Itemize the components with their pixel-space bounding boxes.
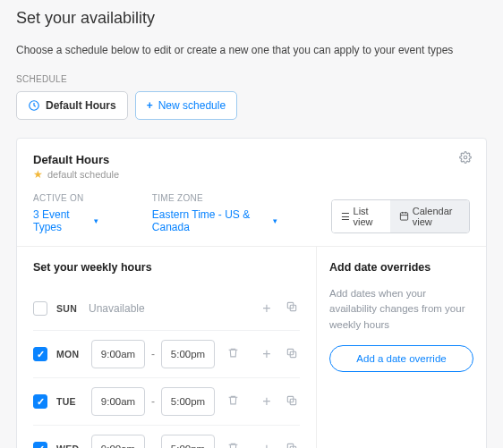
tab-label: Default Hours bbox=[46, 99, 116, 112]
tab-label: New schedule bbox=[158, 99, 226, 112]
trash-icon[interactable] bbox=[225, 394, 241, 409]
tab-new-schedule[interactable]: + New schedule bbox=[135, 91, 237, 120]
timezone-value: Eastern Time - US & Canada bbox=[152, 208, 269, 233]
list-view-button[interactable]: ☰ List view bbox=[332, 200, 390, 232]
trash-icon[interactable] bbox=[225, 347, 241, 361]
day-label: TUE bbox=[56, 396, 89, 407]
add-date-override-button[interactable]: Add a date override bbox=[329, 345, 473, 372]
day-checkbox[interactable] bbox=[33, 347, 47, 361]
time-from-input[interactable]: 9:00am bbox=[91, 435, 145, 448]
page-subtitle: Choose a schedule below to edit or creat… bbox=[16, 44, 487, 56]
add-interval-icon[interactable]: + bbox=[259, 346, 275, 362]
copy-icon[interactable] bbox=[284, 442, 300, 449]
row-actions: + bbox=[259, 393, 300, 410]
copy-icon[interactable] bbox=[284, 394, 300, 410]
time-dash: - bbox=[151, 395, 155, 408]
star-icon: ★ bbox=[33, 168, 43, 181]
svg-point-1 bbox=[464, 156, 467, 159]
day-label: MON bbox=[56, 349, 89, 359]
timezone-label: TIME ZONE bbox=[152, 193, 277, 203]
time-dash: - bbox=[151, 443, 155, 448]
clock-icon bbox=[28, 99, 40, 112]
day-label: SUN bbox=[56, 303, 89, 314]
day-row: TUE9:00am-5:00pm+ bbox=[33, 378, 300, 426]
row-actions: + bbox=[259, 441, 300, 448]
timezone-dropdown[interactable]: Eastern Time - US & Canada ▾ bbox=[152, 208, 277, 233]
time-to-input[interactable]: 5:00pm bbox=[161, 387, 215, 416]
chevron-down-icon: ▾ bbox=[273, 216, 277, 225]
calendar-view-button[interactable]: Calendar view bbox=[390, 200, 469, 232]
tab-default-hours[interactable]: Default Hours bbox=[16, 91, 128, 120]
time-to-input[interactable]: 5:00pm bbox=[161, 435, 215, 448]
gear-icon[interactable] bbox=[459, 151, 472, 166]
time-dash: - bbox=[151, 348, 155, 360]
day-row: MON9:00am-5:00pm+ bbox=[33, 331, 300, 378]
default-schedule-badge: default schedule bbox=[47, 169, 119, 180]
day-row: WED9:00am-5:00pm+ bbox=[33, 426, 300, 448]
row-actions: + bbox=[259, 300, 300, 317]
active-on-value: 3 Event Types bbox=[33, 208, 90, 233]
unavailable-text: Unavailable bbox=[89, 302, 145, 315]
time-from-input[interactable]: 9:00am bbox=[91, 387, 145, 416]
overrides-heading: Add date overrides bbox=[329, 261, 473, 274]
schedule-name: Default Hours bbox=[33, 153, 470, 166]
add-interval-icon[interactable]: + bbox=[259, 393, 275, 410]
plus-icon: + bbox=[147, 99, 153, 112]
active-on-dropdown[interactable]: 3 Event Types ▾ bbox=[33, 208, 98, 233]
day-checkbox[interactable] bbox=[33, 442, 47, 448]
calendar-icon bbox=[399, 211, 409, 223]
list-icon: ☰ bbox=[341, 211, 350, 223]
calendar-view-label: Calendar view bbox=[413, 206, 460, 227]
trash-icon[interactable] bbox=[225, 442, 241, 448]
weekly-hours-heading: Set your weekly hours bbox=[33, 261, 300, 274]
time-from-input[interactable]: 9:00am bbox=[91, 340, 145, 368]
copy-icon[interactable] bbox=[284, 300, 300, 316]
day-checkbox[interactable] bbox=[33, 394, 47, 409]
day-row: SUNUnavailable+ bbox=[33, 286, 300, 331]
schedule-section-label: SCHEDULE bbox=[16, 74, 487, 84]
page-title: Set your availability bbox=[16, 9, 487, 28]
overrides-description: Add dates when your availability changes… bbox=[329, 286, 473, 333]
svg-rect-2 bbox=[400, 212, 407, 219]
day-label: WED bbox=[56, 444, 89, 448]
chevron-down-icon: ▾ bbox=[94, 216, 98, 225]
copy-icon[interactable] bbox=[284, 347, 300, 362]
active-on-label: ACTIVE ON bbox=[33, 193, 98, 203]
time-to-input[interactable]: 5:00pm bbox=[161, 340, 215, 368]
add-interval-icon[interactable]: + bbox=[259, 300, 275, 317]
list-view-label: List view bbox=[354, 206, 381, 227]
day-checkbox[interactable] bbox=[33, 301, 47, 316]
add-interval-icon[interactable]: + bbox=[259, 441, 275, 448]
row-actions: + bbox=[259, 346, 300, 362]
